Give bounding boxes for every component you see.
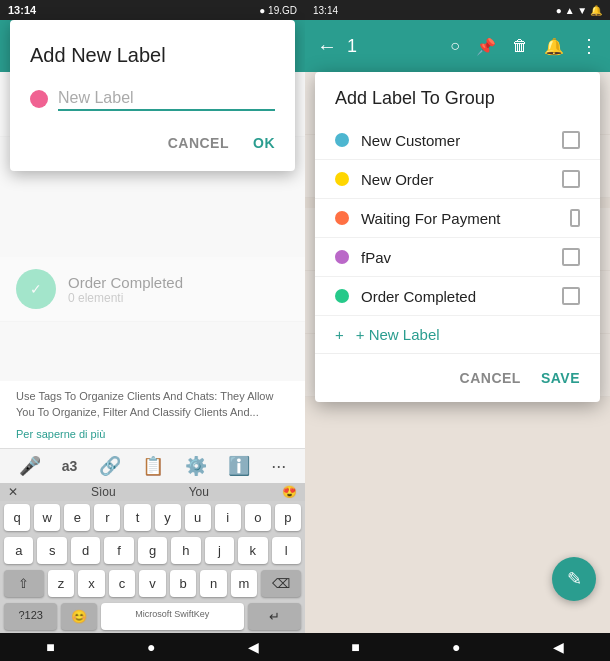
back-button-right[interactable]: ← [317,35,337,58]
list-item[interactable]: ✓ Order Completed 0 elementi [0,257,305,322]
right-chat-list: G Giuseppe Is Now Part Of The Gruppo U U… [305,72,610,633]
label-option-row[interactable]: Waiting For Payment [315,199,600,238]
nav-square-icon[interactable]: ■ [46,639,54,655]
label-checkbox[interactable] [562,170,580,188]
shift-key[interactable]: ⇧ [4,570,44,597]
key-k[interactable]: k [238,537,267,564]
color-dot[interactable] [30,90,48,108]
keyboard-top-bar: ✕ Sìou You 😍 [0,483,305,501]
description-section: Use Tags To Organize Clients And Chats: … [0,381,305,448]
enter-key[interactable]: ↵ [248,603,301,630]
key-b[interactable]: b [170,570,197,597]
key-s[interactable]: s [37,537,66,564]
right-cancel-button[interactable]: CANCEL [460,366,521,390]
toolbar: 🎤 a3 🔗 📋 ⚙️ ℹ️ ··· [0,448,305,483]
key-w[interactable]: w [34,504,60,531]
delete-icon[interactable]: 🗑 [512,37,528,55]
clipboard-icon[interactable]: 📋 [142,455,164,477]
modal-right-actions: CANCEL SAVE [315,353,600,402]
saperne-link[interactable]: Per saperne di più [0,426,305,448]
new-label-text: + New Label [356,326,440,343]
label-option-row[interactable]: New Customer [315,121,600,160]
modal-actions: CANCEL OK [30,131,275,155]
key-t[interactable]: t [124,504,150,531]
emoji-key[interactable]: 😊 [61,603,97,630]
key-q[interactable]: q [4,504,30,531]
label-option-name: Waiting For Payment [361,210,558,227]
label-color-dot [335,211,349,225]
label-checkbox[interactable] [562,131,580,149]
keyboard-row-1: q w e r t y u i o p [0,501,305,534]
label-color-dot [335,133,349,147]
key-r[interactable]: r [94,504,120,531]
nav-circle-icon[interactable]: ● [452,639,460,655]
key-u[interactable]: u [185,504,211,531]
nav-square-icon[interactable]: ■ [351,639,359,655]
key-v[interactable]: v [139,570,166,597]
cancel-button[interactable]: CANCEL [168,131,229,155]
key-o[interactable]: o [245,504,271,531]
right-save-button[interactable]: SAVE [541,366,580,390]
key-x[interactable]: x [78,570,105,597]
key-d[interactable]: d [71,537,100,564]
suggestion-emoji[interactable]: 😍 [282,485,297,499]
key-c[interactable]: c [109,570,136,597]
fab-button[interactable]: ✎ [552,557,596,601]
nav-circle-icon[interactable]: ● [147,639,155,655]
key-g[interactable]: g [138,537,167,564]
key-l[interactable]: l [272,537,301,564]
label-color-dot [335,172,349,186]
key-p[interactable]: p [275,504,301,531]
info-icon[interactable]: ℹ️ [228,455,250,477]
more-icon[interactable]: ··· [271,456,286,477]
left-label-list: ✓ New Customer 0 elementi Add New Label … [0,72,305,381]
link-icon[interactable]: 🔗 [99,455,121,477]
label-checkbox[interactable] [562,287,580,305]
suggestion-mid[interactable]: You [189,485,209,499]
modal-right-title: Add Label To Group [315,88,600,121]
key-m[interactable]: m [231,570,258,597]
label-name: Order Completed [68,274,289,291]
key-h[interactable]: h [171,537,200,564]
mic-icon[interactable]: 🎤 [19,455,41,477]
space-key[interactable]: Microsoft SwiftKey [101,603,244,630]
nav-back-icon[interactable]: ◀ [553,639,564,655]
key-j[interactable]: j [205,537,234,564]
num-key[interactable]: ?123 [4,603,57,630]
label-option-name: Order Completed [361,288,550,305]
description-text: Use Tags To Organize Clients And Chats: … [0,385,305,426]
keyboard-row-4: ?123 😊 Microsoft SwiftKey ↵ [0,600,305,633]
key-f[interactable]: f [104,537,133,564]
key-e[interactable]: e [64,504,90,531]
key-i[interactable]: i [215,504,241,531]
key-y[interactable]: y [155,504,181,531]
keyboard-row-3: ⇧ z x c v b n m ⌫ [0,567,305,600]
close-keyboard-icon[interactable]: ✕ [8,485,18,499]
label-option-row[interactable]: fPav [315,238,600,277]
right-header-title: 1 [347,36,440,57]
backspace-key[interactable]: ⌫ [261,570,301,597]
key-z[interactable]: z [48,570,75,597]
key-a[interactable]: a [4,537,33,564]
label-option-row[interactable]: Order Completed [315,277,600,316]
ok-button[interactable]: OK [253,131,275,155]
label-option-row[interactable]: New Order [315,160,600,199]
key-n[interactable]: n [200,570,227,597]
keyboard-row-2: a s d f g h j k l [0,534,305,567]
text-icon[interactable]: a3 [62,458,78,474]
chat-icon[interactable]: ○ [450,37,460,55]
label-color-dot [335,289,349,303]
new-label-option[interactable]: + + New Label [315,316,600,353]
right-status-bar: 13:14 ● ▲ ▼ 🔔 [305,0,610,20]
label-checkbox[interactable] [562,248,580,266]
new-label-input[interactable] [58,87,275,111]
nav-back-icon[interactable]: ◀ [248,639,259,655]
settings-icon[interactable]: ⚙️ [185,455,207,477]
pin-icon[interactable]: 📌 [476,37,496,56]
label-count: 0 elementi [68,291,289,305]
label-checkbox[interactable] [570,209,580,227]
mute-icon[interactable]: 🔔 [544,37,564,56]
more-options-icon[interactable]: ⋮ [580,35,598,57]
left-time: 13:14 [8,4,36,16]
suggestion-left[interactable]: Sìou [91,485,116,499]
